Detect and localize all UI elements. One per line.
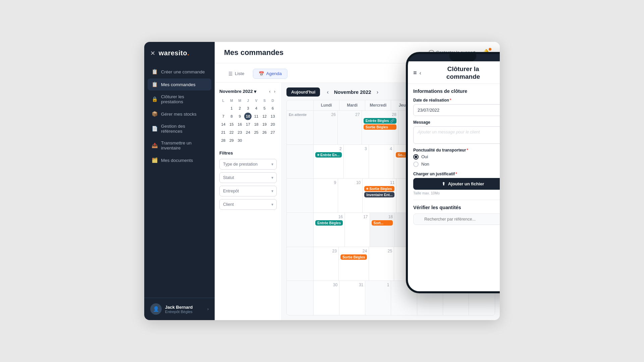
mini-day[interactable]: 23: [236, 129, 244, 136]
day-number: 18: [372, 215, 393, 219]
app-window: ✕ waresito. 📋 Créer une commande 📋 Mes c…: [144, 42, 500, 320]
cal-day-nov25[interactable]: 25: [369, 247, 394, 281]
cal-day-nov24[interactable]: 24 Sortie Bègles: [339, 247, 369, 281]
mini-day[interactable]: 29: [228, 137, 235, 144]
mini-next-month-button[interactable]: ›: [273, 88, 277, 95]
sidebar-user[interactable]: 👤 Jack Bernard Entrepôt Bègles ›: [144, 298, 215, 320]
sidebar-item-stocks[interactable]: 📦 Gérer mes stocks: [148, 108, 211, 120]
radio-non[interactable]: Non: [413, 162, 500, 167]
mini-day-today[interactable]: 10: [244, 113, 252, 120]
cal-day-nov18[interactable]: 18 Sort...: [370, 213, 395, 247]
cal-day-nov3[interactable]: 3: [344, 145, 369, 179]
filter-statut[interactable]: Statut: [219, 172, 277, 183]
stocks-icon: 📦: [152, 111, 158, 117]
filter-type-prestation[interactable]: Type de prestation: [219, 159, 277, 170]
mini-day[interactable]: [220, 105, 227, 112]
cal-day-oct28[interactable]: 28 Entrée Bègles 🔗 Sortie Bègles: [362, 111, 398, 144]
mini-day[interactable]: 21: [220, 129, 227, 136]
phone-message-input[interactable]: Ajouter un message pour le client: [413, 126, 500, 144]
tab-agenda[interactable]: 📅 Agenda: [253, 69, 288, 79]
mini-day[interactable]: 26: [261, 129, 268, 136]
phone-menu-icon[interactable]: ≡: [413, 69, 417, 76]
mini-day[interactable]: 16: [236, 121, 244, 128]
calendar-event[interactable]: Sort...: [372, 220, 393, 226]
mini-day[interactable]: 30: [236, 137, 244, 144]
mini-day[interactable]: 4: [253, 105, 260, 112]
filter-client[interactable]: Client: [219, 199, 277, 210]
cal-day-nov30[interactable]: 30: [314, 281, 339, 315]
sidebar-item-references[interactable]: 📄 Gestion des références: [148, 121, 211, 137]
sidebar-item-label: Mes commandes: [161, 82, 196, 87]
mini-day[interactable]: 22: [228, 129, 235, 136]
cal-day-nov2[interactable]: 2 Entrée En...: [314, 145, 344, 179]
mini-day[interactable]: 24: [244, 129, 252, 136]
cal-day-nov9[interactable]: 9: [314, 179, 338, 213]
cal-day-nov17[interactable]: 17: [345, 213, 370, 247]
mini-day[interactable]: 12: [261, 113, 268, 120]
phone-date-input[interactable]: 23/07/2022 📅: [413, 104, 500, 116]
upload-file-button[interactable]: ⬆ Ajouter un fichier: [413, 178, 500, 190]
calendar-event[interactable]: Entrée Bègles: [315, 220, 343, 226]
calendar-event[interactable]: Sortie Bègles: [340, 254, 367, 260]
mini-day[interactable]: [261, 137, 268, 144]
phone-divider: [413, 200, 500, 200]
mini-day[interactable]: 14: [220, 121, 227, 128]
calendar-event[interactable]: Inventaire Ent...: [364, 192, 394, 197]
today-button[interactable]: Aujourd'hui: [286, 87, 320, 97]
cal-day-nov10[interactable]: 10: [338, 179, 363, 213]
sidebar-item-creer[interactable]: 📋 Créer une commande: [148, 66, 211, 78]
next-month-button[interactable]: ›: [375, 88, 380, 96]
calendar-event[interactable]: Sortie Bègles: [364, 186, 394, 191]
mini-day[interactable]: 1: [228, 105, 235, 112]
mini-calendar-header: Novembre 2022 ▾ ‹ ›: [219, 88, 277, 95]
reference-search-input[interactable]: [413, 214, 500, 225]
cal-day-dec1[interactable]: 1: [365, 281, 391, 315]
calendar-event[interactable]: Entrée En...: [315, 152, 342, 158]
calendar-event[interactable]: Entrée Bègles 🔗: [364, 118, 396, 124]
cal-day-nov23[interactable]: 23: [314, 247, 339, 281]
cal-day-nov4[interactable]: 4: [369, 145, 394, 179]
sidebar-item-inventaire[interactable]: 📤 Transmettre un inventaire: [148, 137, 211, 154]
mini-day[interactable]: 13: [269, 113, 276, 120]
mini-day[interactable]: [244, 137, 252, 144]
mini-day[interactable]: 3: [244, 105, 252, 112]
phone-ponctualite-label: Ponctualité du transporteur *: [413, 148, 500, 153]
phone-back-icon[interactable]: ‹: [420, 70, 421, 76]
close-icon[interactable]: ✕: [150, 50, 155, 57]
mini-day[interactable]: 5: [261, 105, 268, 112]
sidebar-item-documents[interactable]: 🗂️ Mes documents: [148, 154, 211, 166]
calendar-event[interactable]: Sortie Bègles: [364, 124, 396, 130]
mini-day[interactable]: [253, 137, 260, 144]
filter-statut-wrap: Statut: [219, 172, 277, 183]
mini-calendar-month[interactable]: Novembre 2022 ▾: [219, 89, 256, 94]
mini-day[interactable]: 19: [261, 121, 268, 128]
mini-day[interactable]: 20: [269, 121, 276, 128]
mini-day[interactable]: 6: [269, 105, 276, 112]
cal-day-oct27[interactable]: 27: [338, 111, 362, 144]
mini-day[interactable]: 28: [220, 137, 227, 144]
sidebar-item-cloture[interactable]: 🔒 Clôturer les prestations: [148, 91, 211, 107]
mini-day[interactable]: 11: [253, 113, 260, 120]
radio-oui[interactable]: Oui: [413, 154, 500, 160]
mini-day[interactable]: 18: [253, 121, 260, 128]
tab-liste[interactable]: ☰ Liste: [223, 69, 250, 79]
prev-month-button[interactable]: ‹: [325, 88, 330, 96]
mini-day[interactable]: 7: [220, 113, 227, 120]
mini-day[interactable]: 25: [253, 129, 260, 136]
sidebar-item-mes-commandes[interactable]: 📋 Mes commandes: [148, 78, 211, 90]
mini-prev-month-button[interactable]: ‹: [268, 88, 272, 95]
cal-day-nov31[interactable]: 31: [339, 281, 365, 315]
mini-day[interactable]: 15: [228, 121, 235, 128]
filter-entrepot[interactable]: Entrepôt: [219, 186, 277, 196]
mini-dow-m1: M: [228, 98, 236, 103]
mini-day[interactable]: 8: [228, 113, 235, 120]
mini-day[interactable]: 27: [269, 129, 276, 136]
mini-day[interactable]: 17: [244, 121, 252, 128]
phone-modal-title: Clôturer la commande: [424, 65, 500, 81]
cal-day-nov16[interactable]: 16 Entrée Bègles: [314, 213, 345, 247]
mini-day[interactable]: [269, 137, 276, 144]
mini-day[interactable]: 2: [236, 105, 244, 112]
cal-day-nov11[interactable]: 11 Sortie Bègles Inventaire Ent...: [363, 179, 396, 213]
mini-day[interactable]: 9: [236, 113, 244, 120]
cal-day-oct26[interactable]: 26: [314, 111, 338, 144]
